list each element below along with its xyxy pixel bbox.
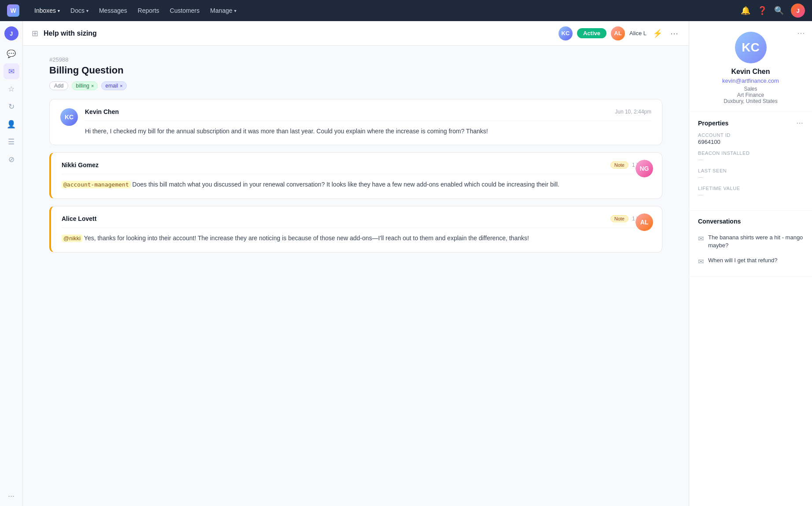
block-icon: ⊘ [8,155,15,164]
nav-items: Inboxes ▾ Docs ▾ Messages Reports Custom… [30,4,730,17]
tag-email-label: email [105,83,118,89]
kevin-message-header: Kevin Chen Jun 10, 2:44pm [85,108,651,115]
star-icon: ☆ [8,84,15,94]
conversations-header: Conversations [698,218,803,225]
expand-icon[interactable]: ⊞ [32,29,38,38]
last-seen-label: Last Seen [698,168,803,173]
mention-account-management: @account-management [62,181,131,188]
ticket-info: #25988 Billing Question Add billing × em… [49,56,662,90]
conversations-section: Conversations ✉ The banana shirts were a… [689,211,812,277]
tag-billing: billing × [72,81,98,90]
sidebar-item-reports[interactable]: ↻ [4,99,19,114]
sidebar-item-list[interactable]: ☰ [4,134,19,150]
sidebar-user-avatar[interactable]: J [4,26,18,40]
last-seen-value: — [698,174,803,180]
divider [62,174,651,174]
sidebar-item-inbox[interactable]: ✉ [4,63,19,79]
alice-avatar: AL [636,213,653,231]
header-actions: KC Active AL Alice L ⚡ ⋯ [558,26,680,40]
inbox-icon: ✉ [8,67,15,76]
user-avatar[interactable]: J [791,4,805,18]
divider [62,227,651,228]
contact-company: Sales Art Finance Duxbury, United States [724,86,778,104]
conversations-title: Conversations [698,218,741,225]
conversation-header: ⊞ Help with sizing KC Active AL Alice L … [23,21,689,46]
contact-header: KC ⋯ Kevin Chen kevin@artfinance.com Sal… [689,21,812,112]
message-nikki: Nikki Gomez Note 1 hr ago @account-manag… [49,152,662,199]
conversation-body: #25988 Billing Question Add billing × em… [23,46,689,506]
more-options-icon[interactable]: ⋯ [669,27,680,40]
kevin-author-name: Kevin Chen [85,108,119,115]
left-sidebar: J 💬 ✉ ☆ ↻ 👤 ☰ ⊘ ··· [0,21,23,506]
message-kevin: KC Kevin Chen Jun 10, 2:44pm Hi there, I… [49,99,662,145]
notifications-icon[interactable]: 🔔 [741,6,750,15]
kevin-message-content: Kevin Chen Jun 10, 2:44pm Hi there, I ch… [85,108,651,136]
properties-more-button[interactable]: ⋯ [796,119,803,127]
status-badge[interactable]: Active [577,28,606,38]
chat-icon: 💬 [7,49,16,59]
contact-name: Kevin Chen [731,68,770,76]
mention-nikki: @nikki [62,235,82,242]
nav-item-inboxes[interactable]: Inboxes ▾ [30,4,64,17]
topnav: W Inboxes ▾ Docs ▾ Messages Reports Cust… [0,0,812,21]
property-last-seen: Last Seen — [698,168,803,180]
nav-item-docs[interactable]: Docs ▾ [66,4,93,17]
contacts-icon: 👤 [7,120,16,129]
sidebar-item-starred[interactable]: ☆ [4,81,19,97]
reports-icon: ↻ [8,102,15,111]
account-id-label: Account ID [698,132,803,138]
conversation-item-2[interactable]: ✉ When will I get that refund? [698,253,803,269]
alice-message-content: Alice Lovett Note 1 hr ago @nikki Yes, t… [62,215,651,243]
conversation-item-1[interactable]: ✉ The banana shirts were a hit - mango m… [698,230,803,253]
remove-email-tag-button[interactable]: × [120,83,122,88]
remove-billing-tag-button[interactable]: × [91,83,94,88]
contact-more-button[interactable]: ⋯ [797,28,805,38]
alice-message-text: @nikki Yes, thanks for looking into thei… [62,233,651,243]
lifetime-value-label: Lifetime Value [698,186,803,191]
sidebar-item-chat[interactable]: 💬 [4,46,19,62]
property-lifetime-value: Lifetime Value — [698,186,803,198]
nav-item-customers[interactable]: Customers [165,4,204,17]
lightning-icon[interactable]: ⚡ [651,27,664,40]
kevin-message-text: Hi there, I checked my bill for the annu… [85,126,651,136]
contact-avatar: KC [735,32,767,63]
sidebar-item-contacts[interactable]: 👤 [4,116,19,132]
search-icon[interactable]: 🔍 [774,6,784,15]
nikki-author-name: Nikki Gomez [62,161,99,169]
kevin-message-time: Jun 10, 2:44pm [615,109,651,115]
nav-item-messages[interactable]: Messages [95,4,132,17]
chevron-down-icon: ▾ [58,8,60,13]
nikki-message-header: Nikki Gomez Note 1 hr ago [62,161,651,169]
tag-email: email × [101,81,126,90]
ticket-number: #25988 [49,56,662,63]
alice-message-header: Alice Lovett Note 1 hr ago [62,215,651,222]
alice-avatar-header: AL [611,26,625,40]
ticket-tags: Add billing × email × [49,81,662,90]
main-content: ⊞ Help with sizing KC Active AL Alice L … [23,21,689,506]
nikki-note-badge: Note [610,161,628,169]
lifetime-value-value: — [698,192,803,198]
chevron-down-icon: ▾ [234,8,236,13]
nav-item-manage[interactable]: Manage ▾ [206,4,241,17]
nikki-message-content: Nikki Gomez Note 1 hr ago @account-manag… [62,161,651,190]
app-logo[interactable]: W [7,4,19,17]
account-id-value: 6964100 [698,139,803,145]
sidebar-more-options[interactable]: ··· [8,491,15,501]
help-icon[interactable]: ❓ [757,6,767,15]
right-panel: KC ⋯ Kevin Chen kevin@artfinance.com Sal… [689,21,812,506]
chevron-down-icon: ▾ [86,8,88,13]
message-alice: Alice Lovett Note 1 hr ago @nikki Yes, t… [49,206,662,253]
alice-author-name: Alice Lovett [62,215,96,222]
conversation-title: Help with sizing [44,29,553,37]
nav-item-reports[interactable]: Reports [133,4,164,17]
agent-name: Alice L [629,30,647,37]
topnav-right: 🔔 ❓ 🔍 J [741,4,805,18]
alice-note-badge: Note [610,215,628,222]
contact-email[interactable]: kevin@artfinance.com [722,77,779,84]
conversation-item-2-text: When will I get that refund? [708,257,778,264]
add-tag-button[interactable]: Add [49,81,68,90]
kevin-avatar-header: KC [558,26,573,40]
beacon-installed-label: Beacon Installed [698,150,803,156]
ticket-title: Billing Question [49,65,662,76]
sidebar-item-block[interactable]: ⊘ [4,151,19,167]
